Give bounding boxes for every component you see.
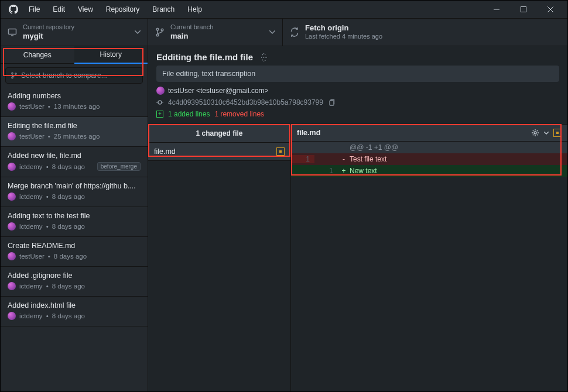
copy-sha-button[interactable] (328, 99, 335, 106)
svg-point-7 (156, 34, 159, 36)
commit-row-time: 25 minutes ago (54, 133, 100, 140)
commit-row-time: 8 days ago (52, 163, 85, 170)
repo-switcher[interactable]: Current repository mygit (1, 19, 148, 46)
commit-row[interactable]: Added .gitignore file ictdemy• 8 days ag… (1, 267, 148, 297)
commit-row-author: ictdemy (19, 223, 43, 230)
menu-repository[interactable]: Repository (100, 3, 145, 16)
commit-row-author: ictdemy (19, 283, 43, 290)
toolbar: Current repository mygit Current branch … (1, 18, 567, 46)
modified-icon (553, 129, 562, 137)
commit-row-title: Adding numbers (8, 92, 141, 100)
commit-description: File editing, text transcription (156, 66, 559, 82)
branch-switcher[interactable]: Current branch main (148, 19, 283, 46)
repo-label: Current repository (23, 23, 74, 32)
svg-point-11 (15, 73, 16, 74)
commit-row[interactable]: Create README.md testUser• 8 days ago (1, 237, 148, 267)
git-branch-icon (155, 27, 165, 37)
window-controls (484, 1, 563, 18)
commit-row-title: Added index.html file (8, 301, 141, 310)
sync-icon (290, 27, 299, 37)
commit-row-title: Adding text to the test file (8, 212, 141, 220)
changed-files-pane: 1 changed file file.md (148, 124, 291, 391)
menu-help[interactable]: Help (182, 3, 208, 16)
commit-row-title: Create README.md (8, 242, 141, 250)
commit-row-time: 8 days ago (52, 193, 85, 200)
svg-point-8 (161, 29, 163, 31)
sidebar: Changes History Select branch to compare… (1, 46, 148, 391)
commit-row-author: testUser (19, 133, 45, 140)
menubar: File Edit View Repository Branch Help (1, 1, 567, 18)
chevron-down-icon[interactable] (544, 132, 549, 135)
desktop-icon (8, 27, 17, 37)
svg-point-10 (12, 77, 13, 78)
commit-row[interactable]: Added new file, file.md ictdemy• 8 days … (1, 147, 148, 177)
commit-row-author: ictdemy (19, 163, 43, 170)
commit-author: testUser <testuser@gmail.com> (168, 87, 269, 95)
avatar (8, 312, 16, 320)
diff-file-name: file.md (297, 129, 526, 137)
avatar (8, 192, 16, 201)
commit-title: Edditing the file.md file (156, 52, 253, 62)
avatar (8, 102, 16, 111)
avatar (8, 282, 16, 290)
commit-row-title: Added new file, file.md (8, 152, 141, 160)
diff-settings-button[interactable] (531, 129, 539, 137)
commit-row-time: 8 days ago (54, 253, 87, 260)
commit-node-icon (156, 99, 163, 106)
commit-row-time: 8 days ago (52, 283, 85, 290)
modified-icon (276, 147, 285, 156)
fetch-label: Fetch origin (305, 23, 382, 33)
avatar (8, 163, 16, 171)
svg-point-6 (156, 28, 159, 30)
svg-rect-4 (9, 29, 16, 35)
commit-row[interactable]: Editing the file.md file testUser• 25 mi… (1, 117, 148, 147)
changed-files-header: 1 changed file (148, 124, 290, 143)
repo-value: mygit (23, 32, 74, 41)
added-lines: 1 added lines (168, 110, 210, 118)
svg-point-16 (534, 132, 536, 134)
expand-icon[interactable] (260, 53, 268, 61)
commit-row-author: testUser (19, 253, 45, 260)
branch-value: main (170, 32, 213, 41)
menu-edit[interactable]: Edit (47, 3, 71, 16)
commit-row-author: ictdemy (19, 312, 43, 319)
removed-lines: 1 removed lines (214, 110, 264, 118)
tab-history[interactable]: History (74, 46, 148, 64)
commit-sha: 4c4d0939510310c6452bd3b98e10b5a798c93799 (168, 98, 323, 106)
sidebar-tabs: Changes History (1, 46, 148, 64)
avatar (156, 87, 165, 95)
commit-row-time: 13 minutes ago (54, 103, 100, 110)
commit-row-author: testUser (19, 103, 45, 110)
commit-row[interactable]: Adding text to the test file ictdemy• 8 … (1, 207, 148, 237)
changed-file-name: file.md (154, 147, 272, 156)
svg-point-9 (12, 73, 13, 74)
commit-row-time: 8 days ago (52, 223, 85, 230)
diff-body[interactable]: @@ -1 +1 @@ 1-Test file text 1+New text (291, 142, 567, 391)
commit-row[interactable]: Merge branch 'main' of https://githu b..… (1, 177, 148, 207)
commit-row[interactable]: Adding numbers testUser• 13 minutes ago (1, 87, 148, 117)
window-maximize-button[interactable] (511, 1, 536, 18)
menu-view[interactable]: View (72, 3, 99, 16)
compare-branch-select[interactable]: Select branch to compare... (5, 67, 143, 84)
commit-row[interactable]: Added index.html file ictdemy• 8 days ag… (1, 297, 148, 326)
menu-branch[interactable]: Branch (146, 3, 180, 16)
svg-rect-1 (521, 7, 526, 12)
chevron-down-icon (269, 30, 275, 34)
commit-list[interactable]: Adding numbers testUser• 13 minutes ago … (1, 87, 148, 391)
branch-label: Current branch (170, 23, 213, 32)
main-area: Changes History Select branch to compare… (1, 46, 567, 391)
menu-file[interactable]: File (23, 3, 46, 16)
avatar (8, 222, 16, 231)
diff-pane: file.md @@ -1 +1 @@ 1-Test file text 1+N… (291, 124, 567, 391)
fetch-origin-button[interactable]: Fetch origin Last fetched 4 minutes ago (283, 19, 567, 46)
window-close-button[interactable] (538, 1, 563, 18)
avatar (8, 132, 16, 140)
tab-changes[interactable]: Changes (1, 46, 74, 64)
svg-point-12 (158, 101, 162, 104)
window-minimize-button[interactable] (484, 1, 509, 18)
svg-rect-15 (330, 101, 334, 105)
compare-placeholder: Select branch to compare... (21, 71, 107, 80)
changed-file-row[interactable]: file.md (148, 143, 290, 161)
commit-row-title: Editing the file.md file (8, 122, 141, 130)
github-logo-icon (9, 5, 18, 14)
